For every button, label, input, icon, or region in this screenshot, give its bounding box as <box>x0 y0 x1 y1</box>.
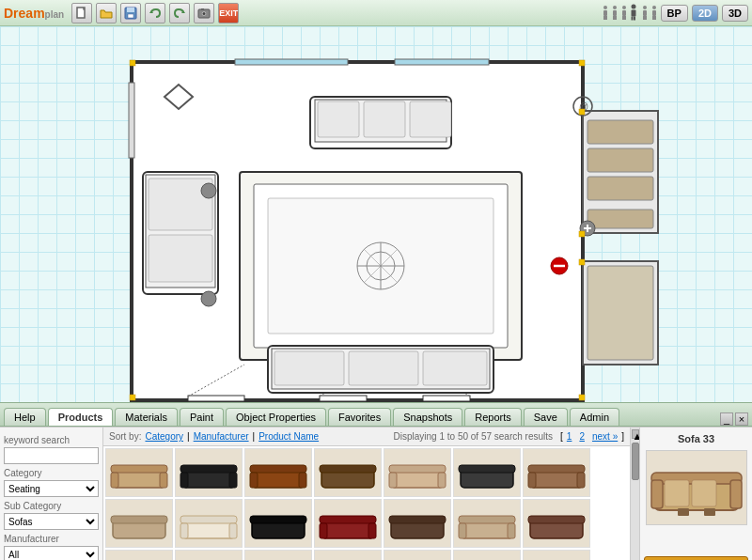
svg-rect-86 <box>130 395 135 400</box>
svg-rect-66 <box>274 351 344 385</box>
product-18[interactable] <box>314 550 382 560</box>
category-select[interactable]: Seating <box>4 480 99 497</box>
svg-rect-23 <box>631 9 635 16</box>
product-6[interactable] <box>453 448 521 497</box>
svg-rect-124 <box>320 516 376 523</box>
manufacturer-select[interactable]: All <box>4 546 99 560</box>
svg-rect-89 <box>579 231 585 237</box>
keyword-input[interactable] <box>4 447 99 464</box>
svg-rect-75 <box>588 266 653 360</box>
product-3[interactable] <box>244 448 312 497</box>
product-10[interactable] <box>244 499 312 548</box>
svg-rect-169 <box>651 480 663 508</box>
svg-rect-110 <box>459 465 515 473</box>
svg-rect-33 <box>654 16 656 20</box>
scroll-thumb[interactable] <box>632 443 639 480</box>
tab-save[interactable]: Save <box>524 408 568 426</box>
product-5[interactable] <box>384 448 451 497</box>
page-1-link[interactable]: 1 <box>567 431 572 442</box>
scroll-up-arrow[interactable]: ▲ <box>632 429 639 439</box>
product-21[interactable] <box>523 550 590 560</box>
bottom-panel: keyword search Category Seating Sub Cate… <box>0 427 752 560</box>
close-button[interactable]: × <box>735 412 748 426</box>
tab-admin[interactable]: Admin <box>570 408 619 426</box>
svg-rect-74 <box>588 210 653 228</box>
svg-rect-120 <box>229 523 237 538</box>
products-scrollbar[interactable]: ▲ ▼ <box>630 428 639 560</box>
product-19[interactable] <box>384 550 451 560</box>
product-2[interactable] <box>175 448 243 497</box>
preview-image <box>646 450 747 525</box>
product-15[interactable] <box>105 550 173 560</box>
svg-rect-119 <box>180 523 188 538</box>
tab-products[interactable]: Products <box>48 408 114 426</box>
tab-reports[interactable]: Reports <box>464 408 522 426</box>
view-3d-button[interactable]: 3D <box>722 5 748 22</box>
product-7[interactable] <box>523 448 590 497</box>
sort-category[interactable]: Category <box>145 431 183 442</box>
svg-rect-27 <box>643 10 647 16</box>
product-13[interactable] <box>453 499 521 548</box>
category-label: Category <box>4 468 99 478</box>
sort-product-name[interactable]: Product Name <box>258 431 319 442</box>
product-12[interactable] <box>384 499 451 548</box>
tab-paint[interactable]: Paint <box>180 408 224 426</box>
tab-favorites[interactable]: Favorites <box>328 408 391 426</box>
product-16[interactable] <box>175 550 243 560</box>
preview-title: Sofa 33 <box>678 433 714 444</box>
tab-object-properties[interactable]: Object Properties <box>226 408 326 426</box>
product-4[interactable] <box>314 448 382 497</box>
bp-button[interactable]: BP <box>661 5 688 22</box>
subcategory-select[interactable]: Sofas <box>4 513 99 530</box>
product-20[interactable] <box>453 550 521 560</box>
svg-rect-125 <box>320 523 327 538</box>
products-grid <box>103 446 630 560</box>
tab-help[interactable]: Help <box>4 408 46 426</box>
exit-button[interactable]: EXIT <box>218 3 239 23</box>
screenshot-button[interactable] <box>194 3 214 23</box>
svg-rect-171 <box>665 480 689 506</box>
save-button[interactable] <box>120 3 141 23</box>
svg-rect-2 <box>127 8 134 12</box>
svg-rect-173 <box>704 508 715 516</box>
product-11[interactable] <box>314 499 382 548</box>
svg-rect-12 <box>603 16 605 20</box>
tab-snapshots[interactable]: Snapshots <box>393 408 462 426</box>
svg-point-70 <box>201 291 216 306</box>
results-info: Displaying 1 to 50 of 57 search results <box>394 431 554 442</box>
svg-rect-88 <box>579 109 585 115</box>
svg-rect-13 <box>605 16 607 20</box>
svg-rect-68 <box>423 351 487 385</box>
product-14[interactable] <box>523 499 590 548</box>
svg-rect-170 <box>730 480 742 508</box>
view-2d-button[interactable]: 2D <box>692 5 718 22</box>
svg-rect-174 <box>678 508 689 516</box>
page-2-link[interactable]: 2 <box>579 431 585 442</box>
product-9[interactable] <box>175 499 243 548</box>
logo-text: Dream <box>4 6 45 21</box>
product-17[interactable] <box>244 550 312 560</box>
undo-button[interactable] <box>145 3 165 23</box>
sort-manufacturer[interactable]: Manufacturer <box>194 431 249 442</box>
tab-materials[interactable]: Materials <box>115 408 178 426</box>
svg-point-22 <box>631 4 635 8</box>
svg-rect-17 <box>615 16 617 20</box>
svg-rect-28 <box>643 16 645 20</box>
products-toolbar: Sort by: Category | Manufacturer | Produ… <box>103 428 630 446</box>
new-button[interactable] <box>71 3 92 23</box>
svg-rect-40 <box>320 396 367 401</box>
product-8[interactable] <box>105 499 173 548</box>
page-next-link[interactable]: next » <box>592 431 618 442</box>
svg-point-30 <box>652 6 656 9</box>
svg-rect-98 <box>229 473 237 488</box>
svg-rect-107 <box>389 473 397 488</box>
product-1[interactable] <box>105 448 173 497</box>
svg-rect-21 <box>624 16 626 20</box>
tab-bar: Help Products Materials Paint Object Pro… <box>0 402 752 427</box>
add-to-favorites-button[interactable]: Add to Favorites ♥ <box>644 556 748 560</box>
minimize-button[interactable]: _ <box>720 412 733 426</box>
canvas-area[interactable]: @ <box>0 26 752 402</box>
svg-rect-48 <box>318 101 359 137</box>
redo-button[interactable] <box>169 3 190 23</box>
open-button[interactable] <box>96 3 117 23</box>
